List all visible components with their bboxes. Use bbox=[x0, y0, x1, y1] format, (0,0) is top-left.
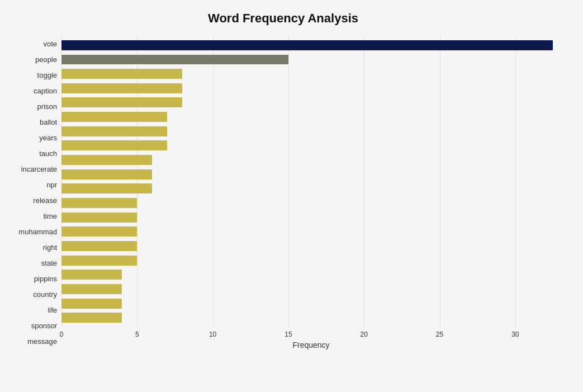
y-label: muhammad bbox=[6, 228, 57, 235]
bars-wrapper bbox=[61, 36, 561, 327]
x-tick: 20 bbox=[361, 330, 368, 338]
bar bbox=[61, 155, 152, 165]
x-tick: 15 bbox=[285, 330, 292, 338]
y-label: incarcerate bbox=[6, 166, 57, 173]
bar-row bbox=[61, 268, 561, 282]
bar bbox=[61, 69, 182, 79]
bar-row bbox=[61, 296, 561, 311]
bar-row bbox=[61, 110, 561, 124]
bars-and-grid: 051015202530 Frequency bbox=[61, 36, 561, 350]
x-axis-label: Frequency bbox=[61, 341, 561, 350]
bar-row bbox=[61, 124, 561, 139]
x-tick: 0 bbox=[60, 330, 64, 338]
bar bbox=[61, 284, 122, 294]
bar bbox=[61, 198, 137, 208]
bar-row bbox=[61, 38, 561, 53]
y-label: tauch bbox=[6, 150, 57, 157]
chart-container: Word Frequency Analysis votepeopletoggle… bbox=[0, 0, 583, 392]
y-label: caption bbox=[6, 87, 57, 95]
bar-row bbox=[61, 139, 561, 153]
y-label: life bbox=[6, 306, 57, 314]
bar bbox=[61, 97, 182, 107]
y-label: right bbox=[6, 244, 57, 251]
bar bbox=[61, 83, 182, 93]
chart-area: votepeopletogglecaptionprisonballotyears… bbox=[6, 36, 561, 350]
bar bbox=[61, 169, 152, 180]
y-label: npr bbox=[6, 181, 57, 188]
bar-row bbox=[61, 253, 561, 268]
x-tick: 10 bbox=[209, 330, 216, 338]
bar bbox=[61, 270, 122, 280]
y-label: people bbox=[6, 56, 57, 63]
y-label: sponsor bbox=[6, 322, 57, 329]
x-tick: 25 bbox=[436, 330, 443, 338]
bar-row bbox=[61, 167, 561, 182]
y-label: ballot bbox=[6, 119, 57, 126]
y-label: state bbox=[6, 259, 57, 267]
bar bbox=[61, 55, 288, 65]
bar-row bbox=[61, 282, 561, 296]
x-axis: 051015202530 bbox=[61, 327, 561, 338]
bar bbox=[61, 212, 137, 223]
bar bbox=[61, 226, 137, 237]
grid-and-bars bbox=[61, 36, 561, 327]
bar bbox=[61, 313, 122, 323]
bar-row bbox=[61, 81, 561, 96]
y-label: time bbox=[6, 212, 57, 220]
bar bbox=[61, 183, 152, 193]
bar-row bbox=[61, 196, 561, 210]
x-tick: 30 bbox=[511, 330, 519, 338]
bar bbox=[61, 241, 137, 251]
bar bbox=[61, 40, 553, 50]
bar bbox=[61, 126, 167, 136]
bar-row bbox=[61, 53, 561, 67]
y-label: years bbox=[6, 134, 57, 141]
y-label: toggle bbox=[6, 72, 57, 79]
x-tick: 5 bbox=[135, 330, 139, 338]
y-label: pippins bbox=[6, 275, 57, 282]
bar bbox=[61, 256, 137, 266]
y-label: vote bbox=[6, 40, 57, 48]
chart-title: Word Frequency Analysis bbox=[6, 11, 561, 26]
bar-row bbox=[61, 96, 561, 110]
bar-row bbox=[61, 310, 561, 325]
bar bbox=[61, 299, 122, 309]
bar bbox=[61, 112, 167, 122]
y-labels: votepeopletogglecaptionprisonballotyears… bbox=[6, 36, 61, 350]
y-label: prison bbox=[6, 103, 57, 110]
bar-row bbox=[61, 182, 561, 196]
bar-row bbox=[61, 153, 561, 167]
bar-row bbox=[61, 67, 561, 81]
y-label: release bbox=[6, 197, 57, 204]
bar-row bbox=[61, 225, 561, 239]
y-label: country bbox=[6, 291, 57, 298]
y-label: message bbox=[6, 338, 57, 345]
bar-row bbox=[61, 239, 561, 253]
bar-row bbox=[61, 210, 561, 225]
bar bbox=[61, 140, 167, 150]
